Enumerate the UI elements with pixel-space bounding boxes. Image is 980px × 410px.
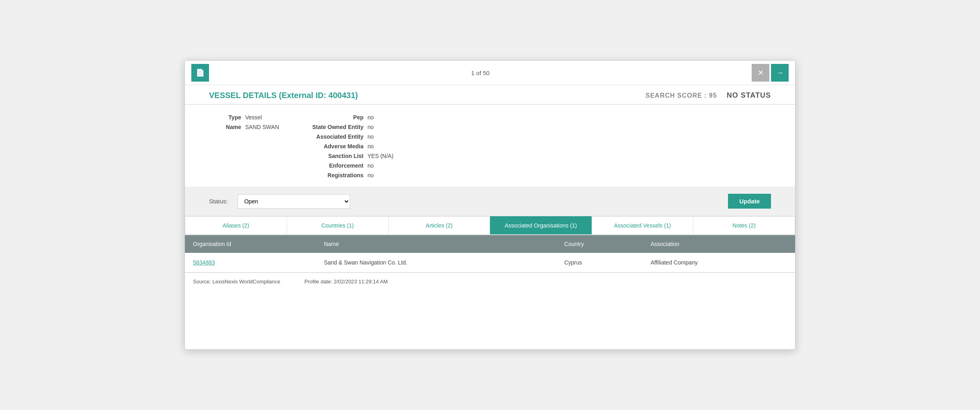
- status-select[interactable]: Open Closed Pending Reviewed: [238, 194, 350, 209]
- cell-association: Affiliated Company: [643, 253, 795, 273]
- tab-countries[interactable]: Countries (1): [287, 216, 389, 234]
- registrations-value: no: [367, 172, 374, 178]
- detail-row-registrations: Registrations no: [303, 172, 394, 178]
- footer: Source: LexisNexis WorldCompliance Profi…: [185, 273, 795, 290]
- detail-row-adverse-media: Adverse Media no: [303, 143, 394, 150]
- state-owned-value: no: [367, 124, 374, 130]
- enforcement-value: no: [367, 162, 374, 169]
- col-name: Name: [316, 235, 556, 253]
- type-label: Type: [209, 114, 241, 121]
- col-country: Country: [556, 235, 643, 253]
- next-button[interactable]: →: [771, 64, 789, 82]
- cell-country: Cyprus: [556, 253, 643, 273]
- name-value: SAND SWAN: [245, 124, 279, 130]
- detail-row-enforcement: Enforcement no: [303, 162, 394, 169]
- header: VESSEL DETAILS (External ID: 400431) SEA…: [185, 85, 795, 105]
- sanction-list-label: Sanction List: [303, 153, 363, 159]
- sanction-list-value: YES (N/A): [367, 153, 394, 159]
- vessel-title: VESSEL DETAILS (External ID: 400431): [209, 91, 358, 100]
- header-right: SEARCH SCORE : 95 NO STATUS: [646, 91, 771, 100]
- col-org-id: Organisation Id: [185, 235, 316, 253]
- pep-label: Pep: [303, 114, 363, 121]
- tabs-row: Aliases (2) Countries (1) Articles (2) A…: [185, 216, 795, 235]
- pagination-text: 1 of 50: [209, 70, 752, 76]
- update-button[interactable]: Update: [728, 194, 771, 209]
- state-owned-label: State Owned Entity: [303, 124, 363, 130]
- top-bar: 📄 1 of 50 ✕ →: [185, 61, 795, 85]
- cell-org-id: 5834883: [185, 253, 316, 273]
- detail-row-sanction-list: Sanction List YES (N/A): [303, 153, 394, 159]
- table-header-row: Organisation Id Name Country Association: [185, 235, 795, 253]
- tab-associated-vessels[interactable]: Associated Vessels (1): [592, 216, 693, 234]
- tab-associated-organisations[interactable]: Associated Organisations (1): [490, 216, 592, 234]
- tab-articles[interactable]: Articles (2): [389, 216, 490, 234]
- table-row: 5834883 Sand & Swan Navigation Co. Ltd. …: [185, 253, 795, 273]
- top-bar-right: ✕ →: [752, 64, 789, 82]
- doc-icon-button[interactable]: 📄: [191, 64, 209, 82]
- status-label: Status:: [209, 198, 228, 205]
- left-details: Type Vessel Name SAND SWAN: [209, 114, 279, 178]
- detail-row-state-owned: State Owned Entity no: [303, 124, 394, 130]
- adverse-media-value: no: [367, 143, 374, 150]
- table-container: Organisation Id Name Country Association…: [185, 235, 795, 273]
- doc-icon: 📄: [196, 68, 205, 77]
- name-label: Name: [209, 124, 241, 130]
- top-bar-left: 📄: [191, 64, 209, 82]
- adverse-media-label: Adverse Media: [303, 143, 363, 150]
- details-section: Type Vessel Name SAND SWAN Pep no State …: [185, 105, 795, 187]
- col-association: Association: [643, 235, 795, 253]
- associated-entity-value: no: [367, 133, 374, 140]
- registrations-label: Registrations: [303, 172, 363, 178]
- enforcement-label: Enforcement: [303, 162, 363, 169]
- tab-aliases[interactable]: Aliases (2): [185, 216, 287, 234]
- cell-name: Sand & Swan Navigation Co. Ltd.: [316, 253, 556, 273]
- no-status-badge: NO STATUS: [727, 91, 771, 100]
- detail-row-associated-entity: Associated Entity no: [303, 133, 394, 140]
- status-bar: Status: Open Closed Pending Reviewed Upd…: [185, 187, 795, 216]
- right-details: Pep no State Owned Entity no Associated …: [303, 114, 394, 178]
- associated-entity-label: Associated Entity: [303, 133, 363, 140]
- tabs-container: Aliases (2) Countries (1) Articles (2) A…: [185, 216, 795, 235]
- org-id-link[interactable]: 5834883: [193, 259, 215, 266]
- detail-row-name: Name SAND SWAN: [209, 124, 279, 130]
- detail-row-type: Type Vessel: [209, 114, 279, 121]
- search-score: SEARCH SCORE : 95: [646, 92, 717, 99]
- footer-source: Source: LexisNexis WorldCompliance: [193, 279, 280, 285]
- tab-notes[interactable]: Notes (2): [693, 216, 795, 234]
- modal-container: 📄 1 of 50 ✕ → VESSEL DETAILS (External I…: [185, 60, 795, 350]
- footer-profile-date: Profile date: 2/02/2023 11:29:14 AM: [304, 279, 387, 285]
- type-value: Vessel: [245, 114, 262, 121]
- detail-row-pep: Pep no: [303, 114, 394, 121]
- organisations-table: Organisation Id Name Country Association…: [185, 235, 795, 273]
- close-button[interactable]: ✕: [752, 64, 769, 82]
- pep-value: no: [367, 114, 374, 121]
